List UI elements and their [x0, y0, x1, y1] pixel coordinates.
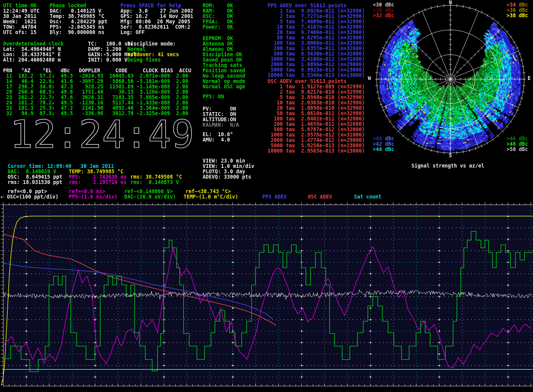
text-row: Week: 1621 — [3, 19, 39, 24]
text-row: 1 tau 9.0926e-011 (n=32998) — [268, 8, 365, 14]
text-run: ref~<0.148060 V> — [124, 189, 173, 194]
text-run: >48 — [507, 142, 516, 147]
pps-adev-table: PPS ADEV over 51613 points 1 tau 9.0926e… — [268, 3, 365, 78]
view-settings: VIEW: 23.0 minVIEW: 1.0 min/divPLOTQ: 3.… — [203, 158, 254, 180]
text-row: 5000 tau 6.9923e-013 (n=23000) — [268, 67, 365, 73]
text-run: dBc — [385, 142, 394, 147]
text-row: Dly: 90.000000 ns — [50, 30, 107, 35]
text-run: dBc — [385, 147, 394, 152]
text-run: <30 — [373, 2, 382, 8]
version-info: Press SPACE for helpApp: 3.0 27 Jun 2002… — [120, 3, 193, 35]
text-row: 2 tau 7.7271e-011 (n=32996) — [268, 14, 365, 19]
text-run: DAC~(20.0 uV/div) — [124, 194, 176, 200]
text-row: Power: OK — [203, 24, 233, 30]
text-row: PRN °AZ °EL dBc DOPPLER CODE CLOCK BIAS … — [3, 68, 191, 73]
text-row: Normal OSC age — [203, 84, 245, 89]
text-row: 23 202.2 22.7↑ 47.6 3626.31 7183.35 7.88… — [3, 95, 191, 100]
text-run: dBc — [519, 147, 528, 152]
text-row: Lat: 54.4964948° N — [3, 47, 64, 52]
text-row: Saved posn OK — [203, 57, 245, 63]
text-row: RAM: OK — [203, 8, 233, 14]
text-row: Log: OFF — [120, 30, 193, 35]
text-row: Doing fixes — [127, 57, 179, 63]
text-run: >42 — [373, 142, 382, 147]
text-row: 500 tau 5.8787e-012 (n=32000) — [268, 127, 365, 132]
text-row: 500 tau 6.5630e-012 (n=32000) — [268, 51, 365, 57]
text-row: STATIC: ON — [203, 112, 239, 117]
text-row: ALTITUDE:ON — [203, 117, 239, 122]
text-row: 32 94.9 87.3↓ 49.5 -336.96 3612.78 -2.32… — [3, 111, 191, 116]
text-row: EL: 10.0° — [203, 132, 233, 137]
text-row: 50 tau 5.0610e-011 (n=32900) — [268, 111, 365, 116]
text-row: 5000 tau 5.9256e-013 (n=23000) — [268, 143, 365, 148]
text-run: >50 — [507, 147, 516, 152]
text-row: 5 tau 3.8948e-010 (n=32990) — [268, 95, 365, 100]
text-run: >46 — [507, 136, 516, 142]
satellite-table: PRN °AZ °EL dBc DOPPLER CODE CLOCK BIAS … — [3, 68, 191, 116]
text-row: 30 Jan 2011 — [3, 14, 39, 19]
text-run: dBc — [385, 136, 394, 142]
text-row: 12:24:49 UTC — [3, 8, 39, 14]
text-row: Ser: 0.82362611 COM:2 — [120, 24, 193, 30]
text-row: 10 tau 7.4107e-011 (n=32980) — [268, 24, 365, 30]
text-row: UTC ofs: 15 — [3, 30, 39, 35]
text-row: 200 tau 1.6357e-011 (n=32600) — [268, 46, 365, 51]
text-row: 20 260.6 60.5↑ 49.6 1751.48 30.15 3.120e… — [3, 89, 191, 95]
text-row: 5 tau 7.4889e-011 (n=32990) — [268, 19, 365, 24]
heather-console: 12:24:49 UTC time OK12:24:49 UTC30 Jan 2… — [0, 0, 533, 392]
text-row: S — [449, 153, 452, 158]
text-row: Discipline OK — [203, 52, 245, 57]
text-row: VIEW: 1.0 min/div — [203, 164, 254, 169]
text-row: 1 tau 1.9127e-009 (n=32998) — [268, 84, 365, 89]
text-row: 2000 tau 1.4774e-012 (n=29000) — [268, 138, 365, 143]
text-row: Almanac OK — [203, 47, 245, 52]
discipline-mode: Discipline mode:NormalHoldover: 41 secsD… — [127, 41, 179, 63]
text-row: 10000 tau 2.9563e-013 (n=13000) — [268, 148, 365, 154]
text-row: App: 3.0 27 Jun 2002 — [120, 8, 193, 14]
text-run: DAC: 0.148029 V — [8, 169, 56, 174]
text-row: KALMAN: N/A — [203, 122, 239, 128]
text-row: ADEVQ: 33000 pts — [203, 174, 254, 180]
text-run: rms: 2.195714 ns — [69, 180, 127, 185]
text-row: 20 tau 1.0898e-010 (n=32960) — [268, 106, 365, 111]
text-run: rms: 38.749508 °C — [130, 174, 182, 180]
text-run: >34 — [507, 2, 516, 8]
text-run: TEMP: 38.749985 °C — [69, 169, 123, 174]
text-row: AMU: 4.0 — [203, 137, 233, 143]
text-row: OSC: OK — [203, 14, 233, 19]
text-row: 1000 tau 2.9578e-012 (n=31000) — [268, 132, 365, 138]
text-row: Phase locked — [50, 3, 107, 8]
text-row: Osc↑ 4.284229 ppt — [50, 19, 107, 24]
text-run: dBc — [519, 2, 528, 8]
text-row: EEPROM OK — [203, 36, 245, 41]
text-run: dBc — [519, 136, 528, 142]
text-row: Tracking sats — [203, 63, 245, 68]
text-run: dBc — [519, 13, 528, 18]
text-row: Signal strength vs az/el — [411, 163, 484, 169]
text-run: dBc — [519, 142, 528, 147]
text-row: PLOTQ: 3.0 day — [203, 169, 254, 174]
text-run: PPS~(1.0 ns/div) — [69, 194, 117, 200]
text-run: ref=<0.0 ppt> — [8, 189, 47, 194]
text-run: ref=<0.0 ns> — [69, 189, 105, 194]
polar-compass-e: E — [528, 76, 531, 81]
text-run: >44 — [373, 147, 382, 152]
text-row: 10000 tau 3.5346e-013 (n=13000) — [268, 73, 365, 78]
text-run: Sat count — [354, 194, 381, 200]
text-row: 14 46.4 22.8↓ 41.6 -3097.29 5860.56 -5.1… — [3, 79, 191, 84]
text-row: Alt: 204.46002480 m — [3, 57, 64, 63]
text-row: Temp: 38.749985 °C — [50, 14, 107, 19]
text-row: GPS: 10.2 14 Nov 2001 — [120, 14, 193, 19]
self-tests: ROM: OKRAM: OKOSC: OKFPGA: OKPower: OK — [203, 3, 233, 30]
text-row: Normal op mode — [203, 79, 245, 84]
text-row: Holdover: 41 secs — [127, 52, 179, 57]
text-row: 11 182.2 57.2↓ 49.3 -2024.93 16045.63 2.… — [3, 73, 191, 79]
text-row: 1000 tau 3.4108e-012 (n=31000) — [268, 57, 365, 62]
text-row: Lon: 18.4337841° E — [3, 52, 64, 57]
text-run: rms: 18.031530 ppt — [8, 180, 62, 185]
text-run: TEMP~(1.0 m°C/div) — [184, 194, 238, 200]
text-row: PPS↑ -2.045345 ns — [50, 24, 107, 30]
text-run: >40 — [373, 136, 382, 142]
text-row: TOW: 44704 — [3, 24, 39, 30]
text-row: N — [449, 0, 452, 5]
